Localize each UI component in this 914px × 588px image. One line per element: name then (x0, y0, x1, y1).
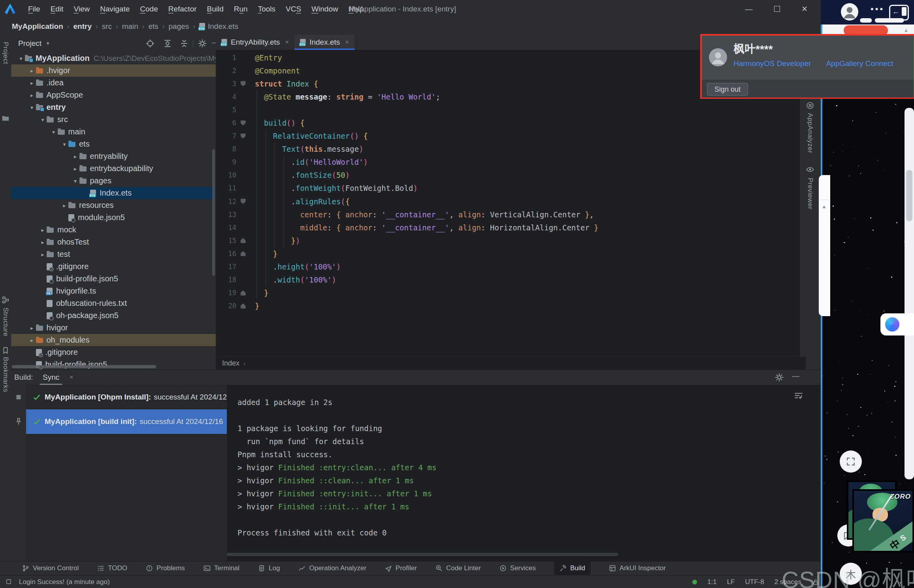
build-stop-icon[interactable] (14, 393, 23, 401)
tab-entryability-ets[interactable]: EntryAbility.ets× (216, 35, 294, 50)
bookmarks-icon[interactable] (1, 346, 10, 355)
menu-item-window[interactable]: Window (306, 0, 343, 18)
collapse-all-icon[interactable] (179, 39, 189, 48)
tab-index-ets[interactable]: Index.ets× (294, 35, 354, 50)
tree-item-entryability[interactable]: ▸entryability (11, 150, 216, 162)
close-button[interactable]: ✕ (795, 0, 814, 18)
toolwindow-button-todo[interactable]: TODO (97, 562, 127, 575)
project-horizontal-scrollbar[interactable] (12, 365, 156, 368)
build-message-row[interactable]: MyApplication [build init]:successful At… (26, 409, 227, 434)
editor-breadcrumb[interactable]: Index› (216, 356, 806, 369)
tree-item-ets[interactable]: ▾ets (11, 138, 216, 150)
tree-item--gitignore[interactable]: .gitignore (11, 260, 216, 273)
fold-marker-icon[interactable] (241, 199, 246, 204)
tree-chevron-icon[interactable]: ▾ (72, 178, 79, 184)
panel-options-gear-icon[interactable] (198, 39, 207, 48)
build-tab-sync[interactable]: Sync (40, 370, 62, 385)
menu-item-vcs[interactable]: VCS (281, 0, 306, 18)
tree-item-test[interactable]: ▸test (11, 248, 216, 260)
tree-item-obfuscation-rules-txt[interactable]: obfuscation-rules.txt (11, 297, 216, 309)
tree-chevron-icon[interactable]: ▸ (28, 92, 36, 98)
breadcrumb-item[interactable]: entry (73, 22, 92, 31)
toolwindow-button-problems[interactable]: Problems (145, 562, 185, 575)
tree-chevron-icon[interactable]: ▸ (39, 239, 47, 245)
tree-item--hvigor[interactable]: ▸.hvigor (11, 64, 216, 77)
fold-marker-icon[interactable] (241, 303, 246, 309)
back-button[interactable]: ← (889, 5, 909, 21)
sidebar-item-appanalyzer[interactable]: AppAnalyzer (806, 113, 814, 153)
tree-item-resources[interactable]: ▸resources (11, 199, 216, 211)
fold-marker-icon[interactable] (241, 134, 246, 139)
tree-item-ohostest[interactable]: ▸ohosTest (11, 236, 216, 248)
previewer-eye-icon[interactable] (806, 165, 814, 174)
toolwindow-button-profiler[interactable]: Profiler (384, 562, 417, 575)
tree-chevron-icon[interactable]: ▸ (28, 337, 36, 343)
sidebar-item-previewer[interactable]: Previewer (806, 178, 814, 209)
toolwindow-button-build[interactable]: Build (554, 562, 590, 575)
tree-chevron-icon[interactable]: ▾ (50, 129, 58, 135)
menu-item-edit[interactable]: Edit (45, 0, 69, 18)
tree-item-main[interactable]: ▾main (11, 126, 216, 138)
tree-item--gitignore[interactable]: .gitignore (11, 346, 216, 358)
caret-position[interactable]: 1:1 (707, 578, 717, 586)
maximize-button[interactable] (768, 0, 786, 18)
tree-item-oh-modules[interactable]: ▸oh_modules (11, 334, 216, 346)
tree-item-index-ets[interactable]: Index.ets (11, 187, 216, 199)
menu-item-view[interactable]: View (68, 0, 95, 18)
hide-build-panel-icon[interactable]: — (792, 371, 799, 380)
tree-item-entry[interactable]: ▾entry (11, 101, 216, 113)
fold-marker-icon[interactable] (241, 238, 246, 243)
background-menu-icon[interactable] (823, 6, 833, 16)
breadcrumb-item[interactable]: main (122, 22, 138, 31)
link-harmonyos-developer[interactable]: HarmonyOS Developer (733, 59, 811, 68)
collapse-arrow-icon[interactable]: ▲ (822, 204, 827, 209)
minimize-button[interactable]: — (740, 0, 758, 18)
build-message-row[interactable]: MyApplication [Ohpm Install]:successful … (26, 385, 227, 409)
build-console[interactable]: added 1 package in 2s1 package is lookin… (227, 385, 810, 562)
select-opened-file-icon[interactable] (145, 39, 155, 48)
expand-all-icon[interactable] (163, 39, 172, 48)
floating-widget[interactable] (880, 313, 914, 335)
menu-item-file[interactable]: File (23, 0, 45, 18)
breadcrumb-item[interactable]: pages (169, 22, 189, 31)
tree-item-hvigorfile-ts[interactable]: hvigorfile.ts (11, 285, 216, 297)
scrollbar-thumb[interactable] (906, 170, 912, 221)
toolwindow-button-log[interactable]: Log (258, 562, 280, 575)
tree-chevron-icon[interactable]: ▸ (39, 251, 47, 258)
structure-icon[interactable] (1, 296, 10, 304)
more-options-icon[interactable]: ••• (871, 4, 884, 14)
tree-chevron-icon[interactable]: ▸ (28, 68, 36, 74)
encoding[interactable]: UTF-8 (745, 578, 764, 586)
toolwindow-button-code-linter[interactable]: Code Linter (435, 562, 481, 575)
soft-wrap-icon[interactable] (793, 390, 804, 401)
status-message[interactable]: Login Success! (a minute ago) (19, 575, 110, 588)
breadcrumb-item[interactable]: Index.ets (208, 22, 238, 31)
pin-icon[interactable] (14, 417, 23, 426)
tree-item-appscope[interactable]: ▸AppScope (11, 89, 216, 101)
breadcrumb-item[interactable]: MyApplication (12, 22, 63, 31)
tree-chevron-icon[interactable]: ▾ (17, 55, 25, 62)
tree-item-myapplication[interactable]: ▾MyApplicationC:\Users\Z\DevEcoStudioPro… (11, 52, 216, 64)
close-tab-icon[interactable]: × (285, 38, 289, 46)
tree-item-src[interactable]: ▾src (11, 113, 216, 126)
build-settings-gear-icon[interactable] (775, 373, 784, 382)
tree-chevron-icon[interactable]: ▾ (39, 117, 47, 123)
link-appgallery-connect[interactable]: AppGallery Connect (826, 59, 893, 68)
menu-item-refactor[interactable]: Refactor (163, 0, 202, 18)
tree-item-oh-package-json5[interactable]: oh-package.json5 (11, 309, 216, 322)
console-horizontal-scrollbar[interactable] (227, 553, 618, 556)
tree-chevron-icon[interactable]: ▸ (39, 227, 47, 233)
background-side-widget[interactable]: ▲ (819, 175, 830, 316)
menu-item-run[interactable]: Run (229, 0, 253, 18)
fold-marker-icon[interactable] (241, 121, 246, 126)
close-tab-icon[interactable]: × (345, 38, 349, 46)
fold-marker-icon[interactable] (241, 251, 246, 256)
sidebar-item-project[interactable]: Project (2, 42, 9, 64)
tree-chevron-icon[interactable]: ▾ (60, 141, 68, 147)
fold-marker-icon[interactable] (241, 81, 246, 86)
toolwindow-button-arkui-inspector[interactable]: ArkUI Inspector (609, 562, 666, 575)
sign-out-button[interactable]: Sign out (707, 83, 748, 96)
line-ending[interactable]: LF (727, 578, 735, 586)
tree-item-hvigor[interactable]: ▸hvigor (11, 322, 216, 334)
breadcrumb-item[interactable]: ets (149, 22, 158, 31)
